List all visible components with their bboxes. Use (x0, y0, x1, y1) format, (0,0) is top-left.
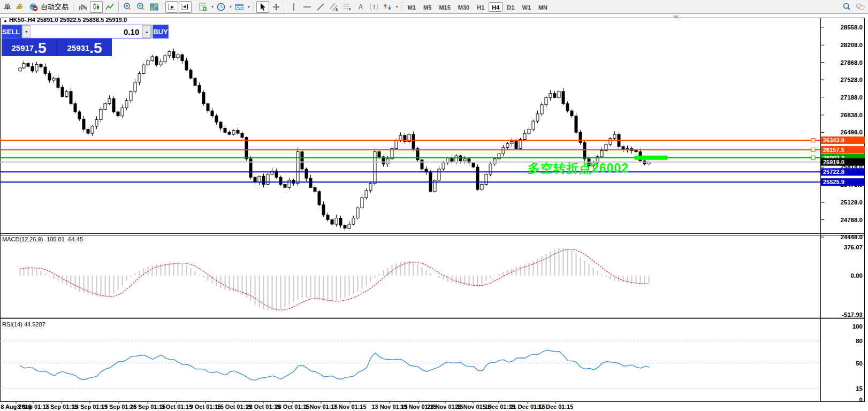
tab-timeframe-W1[interactable]: W1 (519, 2, 534, 12)
line-handle (811, 148, 815, 151)
chart-title-text: HK50-,H4 25891.0 25922.5 25838.5 25919.0 (9, 17, 127, 23)
buy-price-int: 25931 (67, 41, 89, 55)
svg-text:26157.5: 26157.5 (823, 147, 844, 153)
vertical-line-icon[interactable] (287, 1, 300, 13)
cursor-icon[interactable] (256, 1, 269, 13)
zoom-out-icon[interactable] (134, 1, 147, 13)
tab-timeframe-H1[interactable]: H1 (474, 2, 488, 12)
search-icon[interactable] (840, 1, 853, 13)
volume-stepper: ▼ ▲ (21, 25, 151, 39)
tab-timeframe-D1[interactable]: D1 (504, 2, 517, 12)
svg-text:7 Nov 01:15: 7 Nov 01:15 (333, 404, 366, 410)
svg-text:15: 15 (856, 385, 863, 392)
chat-icon[interactable] (854, 1, 866, 13)
price-axis: 28558.028208.027868.027528.027188.026838… (821, 24, 865, 403)
new-order-button[interactable]: 单 (2, 1, 13, 13)
periods-clock-icon[interactable] (215, 1, 227, 13)
macd-group (20, 248, 649, 311)
indicators-icon[interactable] (196, 1, 209, 13)
toolbar-grip[interactable] (253, 2, 254, 12)
rsi-label: RSI(14) 44.5287 (2, 321, 45, 328)
toolbar-grip[interactable] (73, 2, 74, 12)
svg-text:E: E (336, 7, 338, 11)
svg-text:27188.0: 27188.0 (840, 94, 863, 101)
gold-bars-icon[interactable] (13, 1, 26, 13)
chart-annotation-text[interactable]: 多空转折点26002 (528, 160, 629, 177)
macd-label: MACD(12,26,9) -105.01 -64.45 (2, 236, 83, 242)
svg-text:376.07: 376.07 (844, 244, 863, 250)
buy-price[interactable]: 25931.5 (57, 39, 112, 56)
svg-text:3 Oct 01:15: 3 Oct 01:15 (161, 404, 193, 410)
chart-shift-marker (673, 16, 679, 19)
volume-increase-button[interactable]: ▲ (142, 25, 151, 38)
sell-price-frac: .5 (34, 41, 46, 55)
trendline-icon[interactable] (314, 1, 327, 13)
svg-text:26498.0: 26498.0 (840, 129, 863, 135)
crosshair-icon[interactable] (270, 1, 283, 13)
svg-text:26838.0: 26838.0 (840, 112, 863, 118)
volume-input[interactable] (31, 25, 142, 38)
text-label-icon[interactable]: T (368, 1, 380, 13)
autotrade-button[interactable]: 自动交易 (27, 1, 71, 13)
periods-dropdown[interactable]: ▼ (229, 5, 232, 9)
svg-text:3 Sep 01:15: 3 Sep 01:15 (17, 404, 50, 410)
chart-canvas[interactable]: 28558.028208.027868.027528.027188.026838… (0, 0, 868, 411)
svg-text:28558.0: 28558.0 (840, 24, 863, 31)
svg-text:24448.0: 24448.0 (840, 234, 863, 240)
svg-text:27868.0: 27868.0 (840, 59, 863, 66)
one-click-trading-panel: SELL ▼ ▲ BUY 25917.5 25931.5 (2, 25, 112, 56)
tab-timeframe-M5[interactable]: M5 (420, 2, 435, 12)
fibonacci-icon[interactable]: F (341, 1, 354, 13)
svg-text:-517.93: -517.93 (842, 311, 863, 318)
zoom-in-icon[interactable] (121, 1, 134, 13)
tile-windows-icon[interactable] (148, 1, 161, 13)
separator (163, 2, 163, 12)
templates-icon[interactable] (233, 1, 246, 13)
arrows-dropdown[interactable]: ▼ (395, 5, 399, 9)
auto-scroll-icon[interactable] (165, 1, 178, 13)
indicators-dropdown[interactable]: ▼ (211, 5, 214, 9)
tab-timeframe-M15[interactable]: M15 (436, 2, 453, 12)
line-handle (811, 156, 815, 159)
candlestick-chart-icon[interactable] (90, 1, 103, 13)
svg-text:80: 80 (856, 338, 863, 344)
equidistant-channel-icon[interactable]: E (328, 1, 340, 13)
line-chart-icon[interactable] (103, 1, 116, 13)
tab-timeframe-MN[interactable]: MN (535, 2, 551, 12)
rsi-line (20, 350, 650, 380)
toolbar: 单 自动交易 ▼ ▼ ▼ (0, 0, 868, 14)
svg-text:50: 50 (856, 360, 863, 367)
chart-frame (1, 18, 865, 402)
svg-text:26 Sep 01:15: 26 Sep 01:15 (130, 404, 166, 410)
symbol-marker-icon: ▲ (3, 18, 7, 23)
svg-text:27528.0: 27528.0 (840, 77, 863, 83)
svg-text:25919.0: 25919.0 (823, 159, 844, 165)
tab-timeframe-M1[interactable]: M1 (405, 2, 419, 12)
toolbar-grip[interactable] (401, 2, 402, 12)
horizontal-line-icon[interactable] (301, 1, 314, 13)
svg-text:1 Nov 01:15: 1 Nov 01:15 (304, 404, 337, 410)
svg-text:24788.0: 24788.0 (840, 217, 863, 223)
sell-button[interactable]: SELL (2, 25, 20, 39)
tab-timeframe-M30[interactable]: M30 (455, 2, 473, 12)
separator (285, 2, 285, 12)
rsi-group (0, 341, 820, 389)
svg-text:A: A (359, 3, 363, 11)
buy-button[interactable]: BUY (153, 25, 168, 39)
tab-timeframe-H4[interactable]: H4 (489, 2, 502, 12)
templates-dropdown[interactable]: ▼ (247, 5, 250, 9)
chart-shift-icon[interactable] (179, 1, 192, 13)
buy-price-frac: .5 (89, 41, 102, 55)
arrows-icon[interactable] (381, 1, 394, 13)
mt4-window: { "toolbar": { "new_order_label": "单", "… (0, 0, 868, 411)
svg-text:26343.9: 26343.9 (823, 137, 844, 143)
svg-text:T: T (372, 4, 376, 10)
bar-chart-icon[interactable] (77, 1, 89, 13)
volume-decrease-button[interactable]: ▼ (22, 25, 31, 38)
text-icon[interactable]: A (354, 1, 367, 13)
sell-price[interactable]: 25917.5 (2, 39, 56, 56)
separator (194, 2, 194, 12)
svg-text:17 Dec 01:15: 17 Dec 01:15 (538, 404, 574, 410)
autotrade-icon (29, 2, 39, 12)
svg-text:25525.9: 25525.9 (823, 179, 844, 185)
